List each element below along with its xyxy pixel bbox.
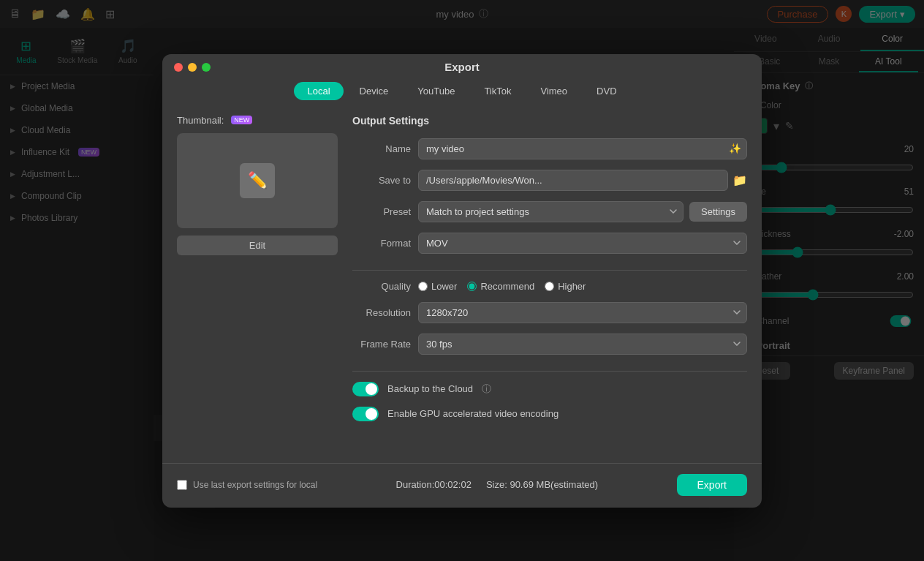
footer-info: Duration:00:02:02 Size: 90.69 MB(estimat… [396, 479, 599, 490]
footer-left: Use last export settings for local [177, 480, 317, 490]
frame-rate-label: Frame Rate [352, 339, 411, 350]
resolution-select[interactable]: 1280x720 1920x1080 3840x2160 [418, 302, 747, 323]
tab-vimeo[interactable]: Vimeo [527, 82, 580, 100]
minimize-button[interactable] [188, 63, 197, 72]
name-label: Name [352, 143, 411, 154]
export-modal-tabs: Local Device YouTube TikTok Vimeo DVD [162, 72, 762, 108]
backup-help-icon[interactable]: ⓘ [482, 383, 491, 396]
quality-lower[interactable]: Lower [418, 281, 457, 292]
gpu-knob [366, 408, 377, 420]
name-input-wrap: ✨ [418, 138, 747, 159]
tab-youtube[interactable]: YouTube [404, 82, 468, 100]
tab-local[interactable]: Local [294, 82, 343, 100]
resolution-label: Resolution [352, 307, 411, 318]
format-select[interactable]: MOV MP4 [418, 233, 747, 254]
last-settings-checkbox[interactable] [177, 480, 187, 490]
backup-toggle[interactable] [352, 382, 379, 396]
edit-thumbnail-button[interactable]: Edit [177, 236, 338, 255]
quality-higher-radio[interactable] [545, 282, 554, 291]
name-input[interactable] [418, 138, 747, 159]
ai-generate-icon[interactable]: ✨ [729, 143, 741, 154]
divider-1 [352, 270, 747, 271]
frame-rate-row: Frame Rate 24 fps 25 fps 30 fps 60 fps [352, 334, 747, 355]
window-controls [174, 63, 211, 72]
preset-row: Preset Match to project settings Setting… [352, 201, 747, 222]
preset-wrap: Match to project settings Settings [418, 201, 747, 222]
browse-folder-button[interactable]: 📁 [732, 173, 747, 187]
quality-recommend-radio[interactable] [467, 282, 477, 291]
settings-button[interactable]: Settings [689, 202, 747, 222]
quality-options: Lower Recommend Higher [418, 281, 586, 292]
preset-select[interactable]: Match to project settings [418, 201, 683, 222]
preset-label: Preset [352, 206, 411, 217]
maximize-button[interactable] [202, 63, 211, 72]
thumbnail-badge: NEW [231, 116, 252, 124]
export-modal: Export Local Device YouTube TikTok Vimeo… [162, 54, 762, 508]
last-settings-label: Use last export settings for local [193, 480, 317, 490]
save-to-input[interactable] [418, 170, 728, 191]
name-row: Name ✨ [352, 138, 747, 159]
backup-knob [366, 383, 377, 395]
modal-title: Export [444, 61, 480, 73]
frame-rate-select[interactable]: 24 fps 25 fps 30 fps 60 fps [418, 334, 747, 355]
tab-device[interactable]: Device [346, 82, 402, 100]
thumb-edit-icon: ✏️ [240, 163, 275, 198]
duration-info: Duration:00:02:02 [396, 479, 472, 490]
close-button[interactable] [174, 63, 183, 72]
modal-body: Thumbnail: NEW ✏️ Edit Output Settings N… [162, 108, 762, 463]
save-to-label: Save to [352, 175, 411, 186]
backup-label: Backup to the Cloud [387, 383, 473, 394]
thumbnail-preview: ✏️ [177, 133, 338, 228]
output-settings-section: Output Settings Name ✨ Save to 📁 [352, 115, 747, 448]
size-info: Size: 90.69 MB(estimated) [486, 479, 598, 490]
tab-tiktok[interactable]: TikTok [471, 82, 524, 100]
modal-titlebar: Export [162, 54, 762, 72]
thumbnail-label: Thumbnail: NEW [177, 115, 338, 126]
quality-lower-radio[interactable] [418, 282, 428, 291]
output-settings-title: Output Settings [352, 115, 747, 127]
modal-overlay: Export Local Device YouTube TikTok Vimeo… [0, 0, 924, 561]
format-label: Format [352, 238, 411, 249]
backup-row: Backup to the Cloud ⓘ [352, 382, 747, 396]
divider-2 [352, 371, 747, 372]
quality-higher[interactable]: Higher [545, 281, 586, 292]
gpu-row: Enable GPU accelerated video encoding [352, 407, 747, 421]
tab-dvd[interactable]: DVD [583, 82, 629, 100]
quality-label: Quality [352, 281, 411, 292]
gpu-toggle[interactable] [352, 407, 379, 421]
save-to-wrap: 📁 [418, 170, 747, 191]
quality-recommend[interactable]: Recommend [467, 281, 534, 292]
quality-row: Quality Lower Recommend Higher [352, 281, 747, 292]
resolution-row: Resolution 1280x720 1920x1080 3840x2160 [352, 302, 747, 323]
export-final-button[interactable]: Export [677, 474, 747, 496]
modal-footer: Use last export settings for local Durat… [162, 463, 762, 508]
save-to-row: Save to 📁 [352, 170, 747, 191]
thumbnail-section: Thumbnail: NEW ✏️ Edit [177, 115, 338, 448]
format-row: Format MOV MP4 [352, 233, 747, 254]
gpu-label: Enable GPU accelerated video encoding [387, 408, 558, 419]
